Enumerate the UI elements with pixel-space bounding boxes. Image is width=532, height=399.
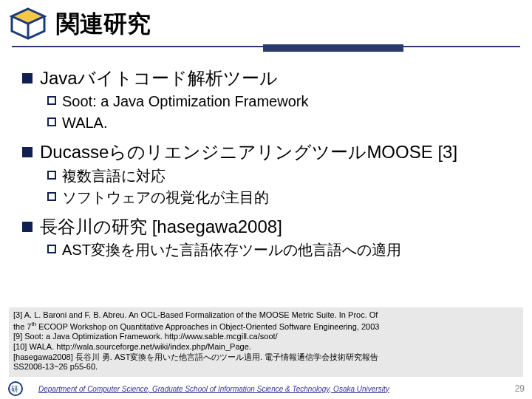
- square-bullet-icon: [22, 222, 33, 232]
- outline-square-bullet-icon: [47, 171, 56, 180]
- svg-text:研: 研: [11, 385, 18, 393]
- ref-line: [hasegawa2008] 長谷川 勇. AST変換を用いた他言語へのツール適…: [13, 352, 519, 363]
- outline-square-bullet-icon: [47, 245, 56, 253]
- bullet2-text: AST変換を用いた言語依存ツールの他言語への適用: [62, 240, 401, 260]
- bullet-level2: 複数言語に対応: [47, 166, 514, 186]
- ref-line: [10] WALA. http://wala.sourceforge.net/w…: [13, 342, 519, 352]
- bullet-level2: Soot: a Java Optimization Framework: [47, 92, 514, 112]
- slide-logo-icon: [6, 6, 50, 43]
- references-box: [3] A. L. Baroni and F. B. Abreu. An OCL…: [9, 307, 523, 377]
- bullet-level1: Javaバイトコード解析ツール: [22, 66, 514, 90]
- page-number: 29: [515, 383, 525, 394]
- ref-line: the 7th ECOOP Workshop on Quantitative A…: [13, 321, 519, 332]
- ref-line: [3] A. L. Baroni and F. B. Abreu. An OCL…: [13, 310, 519, 321]
- bullet1-text: Javaバイトコード解析ツール: [40, 66, 278, 90]
- bullet-level2: AST変換を用いた言語依存ツールの他言語への適用: [47, 240, 514, 260]
- bullet2-text: WALA.: [62, 113, 108, 133]
- bullet-level1: 長谷川の研究 [hasegawa2008]: [22, 215, 514, 239]
- bullet2-text: 複数言語に対応: [62, 166, 166, 186]
- bullet-level2: WALA.: [47, 113, 514, 133]
- slide-title: 関連研究: [56, 8, 151, 41]
- lab-logo-icon: 研: [7, 381, 34, 397]
- bullet2-text: Soot: a Java Optimization Framework: [62, 92, 308, 112]
- outline-square-bullet-icon: [47, 96, 56, 105]
- bullet-level2: ソフトウェアの視覚化が主目的: [47, 188, 514, 208]
- ref-line: SS2008-13~26 p55-60.: [13, 362, 519, 372]
- outline-square-bullet-icon: [47, 117, 56, 126]
- bullet1-text: 長谷川の研究 [hasegawa2008]: [40, 215, 282, 239]
- bullet2-text: ソフトウェアの視覚化が主目的: [62, 188, 269, 208]
- ref-line: [9] Soot: a Java Optimization Framework.…: [13, 332, 519, 342]
- svg-marker-0: [12, 9, 44, 24]
- bullet1-text: DucasseらのリエンジニアリングツールMOOSE [3]: [40, 140, 457, 164]
- bullet-level1: DucasseらのリエンジニアリングツールMOOSE [3]: [22, 140, 514, 164]
- outline-square-bullet-icon: [47, 192, 56, 201]
- footer-affiliation: Department of Computer Science, Graduate…: [38, 385, 511, 393]
- square-bullet-icon: [22, 73, 33, 83]
- square-bullet-icon: [22, 147, 33, 157]
- title-rule: [12, 46, 520, 52]
